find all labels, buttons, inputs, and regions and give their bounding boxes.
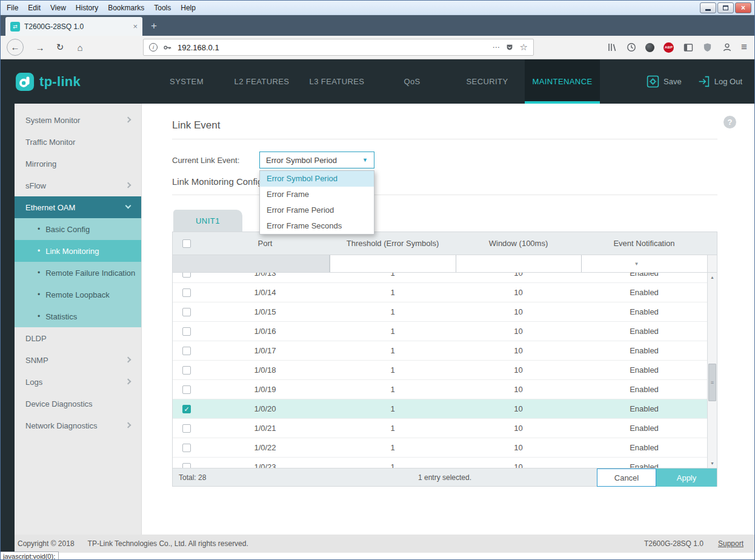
close-window-button[interactable]: × bbox=[735, 2, 751, 13]
table-row-selected[interactable]: ✓1/0/20110Enabled bbox=[173, 399, 717, 419]
sidebar-item-mirroring[interactable]: Mirroring bbox=[15, 153, 141, 175]
history-clock-icon[interactable] bbox=[626, 42, 636, 53]
cell-notification: Enabled bbox=[581, 327, 707, 336]
scroll-up-icon[interactable]: ▲ bbox=[708, 273, 717, 282]
row-checkbox[interactable] bbox=[182, 424, 191, 433]
browser-tab[interactable]: ⇄ T2600G-28SQ 1.0 × bbox=[5, 17, 142, 36]
tab-unit1[interactable]: UNIT1 bbox=[173, 210, 242, 232]
support-link[interactable]: Support bbox=[718, 539, 743, 548]
sidebar-item-device-diagnostics[interactable]: Device Diagnostics bbox=[15, 393, 141, 415]
row-checkbox[interactable] bbox=[182, 347, 191, 355]
sidebar-item-remote-failure-indication[interactable]: Remote Failure Indication bbox=[15, 262, 141, 284]
apply-button[interactable]: Apply bbox=[656, 468, 717, 487]
shield-icon[interactable] bbox=[702, 42, 713, 53]
row-checkbox[interactable] bbox=[182, 308, 191, 316]
back-button[interactable]: ← bbox=[7, 39, 24, 56]
library-icon[interactable] bbox=[607, 42, 617, 53]
sidebar-item-statistics[interactable]: Statistics bbox=[15, 305, 141, 327]
table-row[interactable]: 1/0/17110Enabled bbox=[173, 341, 717, 361]
site-info-icon[interactable]: i bbox=[149, 43, 158, 52]
minimize-button[interactable] bbox=[700, 2, 716, 13]
page-actions-icon[interactable]: ⋯ bbox=[493, 43, 500, 52]
sidebar-item-dldp[interactable]: DLDP bbox=[15, 327, 141, 349]
nav-l2-features[interactable]: L2 FEATURES bbox=[224, 59, 299, 104]
sidebar-item-snmp[interactable]: SNMP bbox=[15, 349, 141, 371]
menu-bookmarks[interactable]: Bookmarks bbox=[108, 4, 144, 12]
sidebar-item-basic-config[interactable]: Basic Config bbox=[15, 218, 141, 240]
table-row[interactable]: 1/0/14110Enabled bbox=[173, 283, 717, 302]
help-button[interactable]: ? bbox=[723, 116, 736, 128]
menu-edit[interactable]: Edit bbox=[28, 4, 41, 12]
bookmark-star-icon[interactable]: ☆ bbox=[520, 42, 528, 53]
nav-l3-features[interactable]: L3 FEATURES bbox=[299, 59, 374, 104]
sidebar-item-link-monitoring[interactable]: Link Monitoring bbox=[15, 240, 141, 262]
account-person-icon[interactable] bbox=[722, 42, 732, 53]
nav-system[interactable]: SYSTEM bbox=[149, 59, 224, 104]
forward-button[interactable]: → bbox=[33, 42, 47, 53]
chevron-right-icon bbox=[125, 357, 131, 363]
nav-qos[interactable]: QoS bbox=[374, 59, 450, 104]
new-tab-button[interactable]: + bbox=[151, 20, 157, 32]
logout-button[interactable]: Log Out bbox=[697, 75, 742, 88]
sidebar-item-remote-loopback[interactable]: Remote Loopback bbox=[15, 284, 141, 305]
dropdown-option-error-frame-seconds[interactable]: Error Frame Seconds bbox=[260, 218, 374, 234]
dropdown-option-error-frame[interactable]: Error Frame bbox=[260, 187, 374, 202]
row-checkbox[interactable] bbox=[182, 444, 191, 452]
row-checkbox[interactable] bbox=[182, 288, 191, 297]
table-row[interactable]: 1/0/22110Enabled bbox=[173, 438, 717, 458]
menu-history[interactable]: History bbox=[76, 4, 98, 12]
table-row[interactable]: 1/0/13110Enabled bbox=[173, 273, 717, 283]
dropdown-option-error-frame-period[interactable]: Error Frame Period bbox=[260, 202, 374, 218]
sidebar-item-logs[interactable]: Logs bbox=[15, 371, 141, 393]
table-row[interactable]: 1/0/23110Enabled bbox=[173, 458, 717, 468]
menu-hamburger-icon[interactable]: ≡ bbox=[741, 41, 747, 53]
table-row[interactable]: 1/0/21110Enabled bbox=[173, 419, 717, 438]
sidebar-item-label: Traffic Monitor bbox=[25, 138, 75, 147]
minimize-icon bbox=[705, 9, 711, 11]
row-checkbox[interactable] bbox=[182, 273, 191, 278]
table-row[interactable]: 1/0/16110Enabled bbox=[173, 322, 717, 341]
row-checkbox[interactable] bbox=[182, 463, 191, 468]
row-checkbox[interactable] bbox=[182, 385, 191, 394]
menu-help[interactable]: Help bbox=[181, 4, 196, 12]
menu-tools[interactable]: Tools bbox=[154, 4, 171, 12]
tab-close-icon[interactable]: × bbox=[133, 22, 138, 31]
menu-file[interactable]: File bbox=[7, 4, 18, 12]
window-filter-input[interactable] bbox=[456, 255, 581, 272]
table-row[interactable]: 1/0/15110Enabled bbox=[173, 302, 717, 322]
dropdown-option-error-symbol-period[interactable]: Error Symbol Period bbox=[260, 171, 374, 187]
maximize-button[interactable] bbox=[717, 2, 734, 13]
table-scrollbar[interactable]: ▲ ≡ ▼ bbox=[707, 273, 717, 468]
sidebar-item-network-diagnostics[interactable]: Network Diagnostics bbox=[15, 415, 141, 436]
url-text[interactable]: 192.168.0.1 bbox=[178, 43, 488, 52]
row-checkbox-checked[interactable]: ✓ bbox=[182, 405, 191, 413]
refresh-button[interactable]: ↻ bbox=[53, 42, 67, 53]
sidebar-item-system-monitor[interactable]: System Monitor bbox=[15, 109, 141, 131]
sidebar-item-traffic-monitor[interactable]: Traffic Monitor bbox=[15, 131, 141, 153]
extension-globe-icon[interactable] bbox=[645, 43, 654, 52]
sidebar-panel-icon[interactable] bbox=[683, 42, 693, 53]
scrollbar-thumb[interactable]: ≡ bbox=[708, 364, 716, 401]
sidebar-item-ethernet-oam[interactable]: Ethernet OAM bbox=[15, 196, 141, 218]
scroll-down-icon[interactable]: ▼ bbox=[708, 459, 717, 468]
row-checkbox[interactable] bbox=[182, 327, 191, 336]
cancel-button[interactable]: Cancel bbox=[597, 468, 656, 487]
nav-maintenance[interactable]: MAINTENANCE bbox=[525, 59, 600, 104]
adblock-abp-icon[interactable]: ABP bbox=[664, 42, 674, 53]
menu-view[interactable]: View bbox=[50, 4, 66, 12]
threshold-filter-input[interactable] bbox=[330, 255, 456, 272]
sidebar-item-label: DLDP bbox=[25, 334, 47, 343]
row-checkbox[interactable] bbox=[182, 366, 191, 375]
table-row[interactable]: 1/0/18110Enabled bbox=[173, 361, 717, 380]
nav-security[interactable]: SECURITY bbox=[450, 59, 525, 104]
table-row[interactable]: 1/0/19110Enabled bbox=[173, 380, 717, 399]
url-bar[interactable]: i 192.168.0.1 ⋯ ☆ bbox=[143, 39, 534, 56]
pocket-icon[interactable] bbox=[505, 42, 515, 53]
home-button[interactable]: ⌂ bbox=[73, 42, 87, 53]
link-event-select[interactable]: Error Symbol Period ▼ bbox=[259, 152, 374, 168]
sidebar-item-sflow[interactable]: sFlow bbox=[15, 175, 141, 196]
select-all-checkbox[interactable] bbox=[182, 239, 191, 248]
save-button[interactable]: Save bbox=[647, 75, 682, 88]
sidebar-item-label: SNMP bbox=[25, 356, 48, 365]
tplink-logo[interactable]: tp-link bbox=[15, 59, 81, 104]
